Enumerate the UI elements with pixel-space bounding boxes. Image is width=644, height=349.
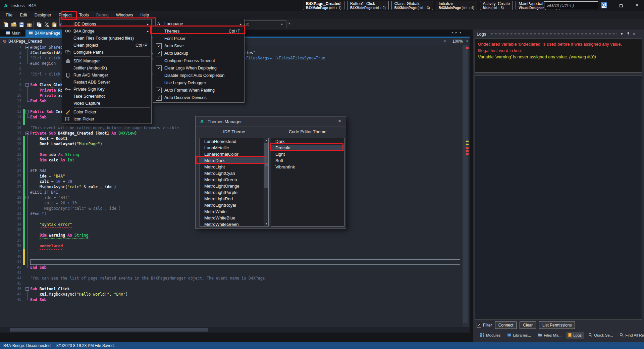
new-file-icon[interactable]: [3, 21, 9, 28]
editor-zoom-level[interactable]: 100%: [452, 39, 463, 44]
cut-icon[interactable]: [43, 21, 50, 28]
code-line-39[interactable]: 39: [0, 249, 462, 254]
fold-collapse-icon[interactable]: [25, 132, 29, 135]
filter-checkbox[interactable]: ✓: [477, 323, 481, 328]
panel-tab-files-ma[interactable]: Files Ma...: [535, 332, 564, 338]
line-number[interactable]: 25: [0, 173, 21, 179]
line-number[interactable]: 24: [0, 168, 21, 173]
line-number[interactable]: 11: [0, 98, 21, 104]
ide-theme-item-metrolightred[interactable]: MetroLightRed: [200, 196, 268, 202]
line-number[interactable]: 42: [0, 265, 21, 270]
line-number[interactable]: 17: [0, 131, 21, 136]
code-line-42[interactable]: 42End Sub: [0, 265, 462, 270]
line-number[interactable]: 38: [0, 243, 21, 249]
menubar-item-file[interactable]: File: [2, 11, 16, 19]
editor-theme-item-light[interactable]: Light: [271, 151, 344, 157]
ide-theme-item-metrolightgreen[interactable]: MetroLightGreen: [200, 177, 268, 183]
doc-tab-b4xmainpage[interactable]: B4XMainPage: [25, 30, 63, 37]
line-number[interactable]: 10: [0, 93, 21, 98]
panel-tab-libraries[interactable]: Libraries...: [505, 332, 533, 339]
tools-menu-item-configure-paths[interactable]: Configure Paths: [62, 49, 151, 56]
ide-theme-item-metrolightorange[interactable]: MetroLightOrange: [200, 183, 268, 189]
list-permissions-button[interactable]: List Permissions: [539, 321, 575, 329]
line-number[interactable]: 4: [0, 61, 21, 66]
line-number[interactable]: 13: [0, 109, 21, 114]
ide-options-item-configure-process-timeout[interactable]: Configure Process Timeout: [153, 57, 244, 64]
ide-options-item-auto-save[interactable]: ✓Auto Save: [153, 42, 244, 50]
line-number[interactable]: 29: [0, 195, 21, 200]
method-dropdown-icon[interactable]: ▼: [443, 40, 446, 43]
search-input[interactable]: [544, 3, 601, 8]
line-number[interactable]: 12: [0, 104, 21, 109]
paste-icon[interactable]: [51, 21, 58, 28]
code-line-36[interactable]: 36Dim warning As String: [0, 233, 462, 238]
panel-tab-logs[interactable]: Logs: [566, 332, 584, 339]
open-file-icon[interactable]: [10, 21, 17, 28]
line-number[interactable]: 45: [0, 281, 21, 286]
line-number[interactable]: 34: [0, 222, 21, 227]
ide-options-item-auto-backup[interactable]: ✓Auto Backup: [153, 50, 244, 57]
line-number[interactable]: 26: [0, 179, 21, 184]
list-scrollbar[interactable]: ▲ ▼: [264, 138, 269, 226]
ide-theme-item-metrolightroyal[interactable]: MetroLightRoyal: [200, 202, 268, 208]
line-number[interactable]: 18: [0, 136, 21, 141]
pin-icon[interactable]: [627, 32, 630, 36]
editor-theme-item-soft[interactable]: Soft: [271, 157, 344, 164]
quick-tab-b4xpage-created[interactable]: B4XPage_CreatedB4XMainPage (ctrl + 1): [303, 1, 344, 10]
line-number[interactable]: 20: [0, 147, 21, 152]
line-number[interactable]: 16: [0, 125, 21, 131]
code-line-46[interactable]: 46Sub Button1_Click: [0, 286, 462, 292]
fold-collapse-icon[interactable]: [25, 287, 29, 291]
line-number[interactable]: 44: [0, 276, 21, 281]
code-line-43[interactable]: 43: [0, 270, 462, 276]
ide-theme-item-metrolightcyan[interactable]: MetroLightCyan: [200, 170, 268, 177]
ide-theme-item-metrolightpurple[interactable]: MetroLightPurple: [200, 189, 268, 196]
close-button[interactable]: ×: [630, 0, 644, 11]
code-line-38[interactable]: 38undeclared: [0, 243, 462, 249]
tools-menu-item-b4a-bridge[interactable]: B4A Bridge▸: [62, 28, 151, 35]
line-number[interactable]: 21: [0, 152, 21, 157]
tools-menu-item-private-sign-key[interactable]: Private Sign Key: [62, 86, 151, 93]
line-number[interactable]: 8: [0, 82, 21, 88]
menubar-item-edit[interactable]: Edit: [16, 11, 31, 19]
ide-theme-item-metrowhiteblue[interactable]: MetroWhiteBlue: [200, 215, 268, 221]
line-number[interactable]: 33: [0, 216, 21, 222]
tools-menu-item-restart-adb-server[interactable]: Restart ADB Server: [62, 79, 151, 86]
ide-theme-item-metrolight[interactable]: MetroLight: [200, 164, 268, 170]
quick-tab-activity-create[interactable]: Activity_CreateMain (ctrl + 5): [480, 1, 513, 10]
line-number[interactable]: 31: [0, 206, 21, 211]
code-line-44[interactable]: 44'You can see the list of page related …: [0, 276, 462, 281]
quick-tab-class-globals[interactable]: Class_GlobalsB4XMainPage (ctrl + 3): [391, 1, 433, 10]
line-number[interactable]: 40: [0, 254, 21, 259]
line-number[interactable]: 43: [0, 270, 21, 276]
copy-icon[interactable]: [36, 21, 42, 28]
line-number[interactable]: 1: [0, 45, 21, 50]
ide-options-item-font-picker[interactable]: Font Picker: [153, 35, 244, 42]
editor-vertical-scrollbar[interactable]: [462, 45, 469, 327]
line-number[interactable]: 36: [0, 233, 21, 238]
tools-menu-item-run-avd-manager[interactable]: Run AVD Manager: [62, 71, 151, 79]
line-number[interactable]: 15: [0, 120, 21, 125]
tools-menu-item-clean-project[interactable]: Clean projectCtrl+P: [62, 42, 151, 49]
line-number[interactable]: 47: [0, 292, 21, 297]
doc-tab-main[interactable]: Main: [3, 30, 24, 37]
ide-options-item-disable-implicit-auto-completion[interactable]: Disable Implicit Auto Completion: [153, 72, 244, 79]
code-line-40[interactable]: 40: [0, 254, 462, 259]
minimize-button[interactable]: –: [597, 0, 611, 11]
panel-menu-icon[interactable]: ▼: [620, 32, 624, 36]
line-number[interactable]: 48: [0, 297, 21, 302]
clear-button[interactable]: Clear: [520, 321, 536, 329]
logs-panel-header[interactable]: Logs ▼ ×: [473, 30, 644, 38]
code-line-48[interactable]: 48End Sub: [0, 297, 462, 302]
scroll-up-icon[interactable]: ▲: [264, 138, 269, 143]
package-icon[interactable]: [26, 21, 33, 28]
panel-close-icon[interactable]: ×: [633, 32, 636, 37]
ide-theme-item-metrowhitegreen[interactable]: MetroWhiteGreen: [200, 221, 268, 227]
code-line-37[interactable]: 37: [0, 238, 462, 243]
code-line-47[interactable]: 47xui.MsgboxAsync("Hello world!", "B4X"): [0, 292, 462, 297]
line-number[interactable]: 9: [0, 88, 21, 93]
fold-collapse-icon[interactable]: [25, 83, 29, 87]
ide-options-item-auto-discover-devices[interactable]: ✓Auto Discover Devices: [153, 94, 244, 101]
connect-button[interactable]: Connect: [495, 321, 517, 329]
line-number[interactable]: 14: [0, 114, 21, 120]
